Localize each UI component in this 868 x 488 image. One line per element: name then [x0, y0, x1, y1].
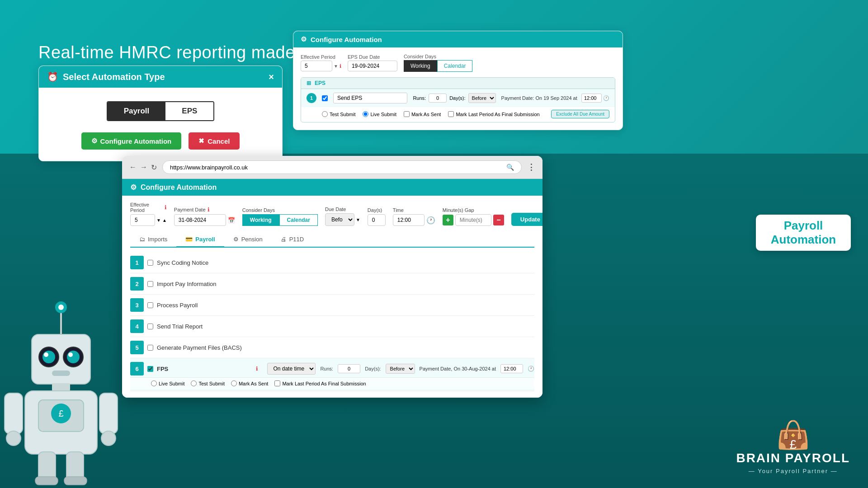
tab-imports[interactable]: 🗂 Imports — [130, 232, 176, 248]
configure-automation-small-panel: ⚙ Configure Automation Effective Period … — [293, 31, 623, 130]
fps-test-submit[interactable]: Test Submit — [191, 380, 224, 386]
update-button[interactable]: Update — [511, 213, 542, 226]
test-submit-option[interactable]: Test Submit — [322, 111, 355, 117]
tab-p11d[interactable]: 🖨 P11D — [272, 232, 313, 248]
payroll-icon: 💳 — [185, 236, 193, 243]
calendar-main-button[interactable]: Calendar — [279, 214, 318, 226]
working-button-small[interactable]: Working — [404, 60, 437, 72]
runs-label-fps: Runs: — [320, 366, 333, 371]
task-checkbox-1[interactable] — [147, 260, 153, 266]
task-number-3: 3 — [130, 298, 144, 312]
days-label-sm: Day(s): — [449, 95, 465, 101]
payroll-type-button[interactable]: Payroll — [108, 102, 166, 120]
task-checkbox-4[interactable] — [147, 324, 153, 329]
fps-runs-input[interactable] — [338, 364, 360, 373]
eps-section-header: ⊞ EPS — [301, 78, 615, 89]
close-modal-button[interactable]: × — [269, 72, 274, 82]
browser-menu-button[interactable]: ⋮ — [527, 162, 535, 172]
task-label-1: Sync Coding Notice — [157, 259, 534, 266]
app-content: ⚙ Configure Automation Effective Period … — [122, 179, 542, 398]
browser-navigation: ← → ↻ — [129, 163, 157, 172]
consider-days-group: Consider Days Working Calendar — [404, 54, 473, 72]
task-number-6: 6 — [130, 362, 144, 375]
task-checkbox-6[interactable] — [147, 366, 153, 372]
fps-days-select[interactable]: Before — [386, 364, 415, 374]
task-main-row-2: 2 Import Pay Information — [130, 275, 534, 292]
tab-pension[interactable]: ⚙ Pension — [224, 232, 272, 248]
config-gear-icon: ⚙ — [301, 35, 307, 43]
consider-days-label: Consider Days — [404, 54, 473, 59]
task-checkbox-5[interactable] — [147, 345, 153, 351]
search-icon: 🔍 — [506, 164, 514, 171]
fps-mark-last-final[interactable]: Mark Last Period As Final Submission — [274, 380, 366, 386]
payment-date-input[interactable] — [174, 214, 226, 226]
exclude-all-due-button[interactable]: Exclude All Due Amount — [551, 110, 609, 118]
fps-mark-as-sent[interactable]: Mark As Sent — [231, 380, 268, 386]
tab-payroll[interactable]: 💳 Payroll — [176, 232, 224, 248]
live-submit-option[interactable]: Live Submit — [363, 111, 396, 117]
svg-rect-17 — [99, 393, 118, 434]
browser-window: ← → ↻ https://www.brainpayroll.co.uk 🔍 ⋮… — [122, 156, 542, 398]
app-body: Effective Period ℹ ▼ ▲ Payment Date ℹ — [122, 196, 542, 398]
back-button[interactable]: ← — [129, 163, 137, 171]
effective-period-group: Effective Period ▼ ℹ — [301, 54, 341, 71]
task-label-2: Import Pay Information — [157, 281, 534, 287]
task-label-6: FPS — [157, 366, 254, 372]
eps-runs-input[interactable] — [429, 94, 447, 103]
fps-payment-text: Payment Date, On 30-Aug-2024 at — [420, 366, 496, 371]
task-checkbox-2[interactable] — [147, 281, 153, 287]
eps-days-select[interactable]: Before — [468, 93, 496, 103]
fps-timing-select[interactable]: On date time — [267, 363, 316, 375]
task-checkbox-3[interactable] — [147, 302, 153, 308]
effective-period-info-icon: ℹ — [165, 204, 167, 211]
payment-date-field: Payment Date ℹ 📅 — [174, 206, 235, 226]
eps-due-date-input[interactable] — [348, 61, 397, 71]
task-main-row-5: 5 Generate Payment Files (BACS) — [130, 339, 534, 356]
config-small-fields-row: Effective Period ▼ ℹ EPS Due Date Consid… — [301, 54, 615, 72]
task-row-5: 5 Generate Payment Files (BACS) — [130, 337, 534, 358]
payroll-automation-text: Payroll Automation — [771, 219, 836, 247]
consider-days-main-toggle: Working Calendar — [242, 214, 318, 226]
mark-as-sent-option[interactable]: Mark As Sent — [404, 111, 441, 117]
configure-automation-button[interactable]: ⚙ Configure Automation — [81, 132, 182, 150]
app-header-title: Configure Automation — [141, 183, 217, 192]
minutes-input[interactable] — [455, 214, 491, 226]
eps-payment-date-text: Payment Date: On 19 Sep 2024 at 🕐 — [501, 94, 609, 103]
payroll-automation-box: Payroll Automation — [756, 215, 851, 251]
address-bar[interactable]: https://www.brainpayroll.co.uk 🔍 — [162, 160, 522, 174]
eps-row-checkbox[interactable] — [322, 95, 328, 101]
forward-button[interactable]: → — [140, 163, 147, 171]
mark-last-period-option[interactable]: Mark Last Period As Final Submission — [448, 111, 539, 117]
eps-time-input[interactable] — [581, 94, 602, 103]
calendar-button-small[interactable]: Calendar — [437, 60, 473, 72]
cancel-button[interactable]: ✖ Cancel — [189, 132, 240, 150]
task-main-row-1: 1 Sync Coding Notice — [130, 254, 534, 271]
refresh-button[interactable]: ↻ — [151, 163, 157, 172]
effective-period-main-input[interactable] — [130, 214, 155, 226]
plus-button[interactable]: + — [443, 215, 453, 225]
fps-live-submit[interactable]: Live Submit — [151, 380, 184, 386]
runs-label: Runs: — [413, 95, 426, 101]
imports-icon: 🗂 — [139, 236, 145, 243]
minus-button[interactable]: − — [493, 215, 504, 225]
days-input[interactable] — [368, 214, 386, 226]
task-label-4: Send Trial Report — [157, 323, 534, 330]
config-small-body: Effective Period ▼ ℹ EPS Due Date Consid… — [293, 47, 623, 130]
time-input[interactable] — [393, 214, 425, 226]
p11d-icon: 🖨 — [281, 236, 287, 243]
eps-section-title: EPS — [315, 80, 326, 86]
fps-time-input[interactable] — [500, 364, 523, 373]
url-text: https://www.brainpayroll.co.uk — [170, 164, 248, 171]
eps-type-button[interactable]: EPS — [165, 102, 213, 120]
effective-period-main-label: Effective Period ℹ — [130, 202, 167, 213]
due-date-select[interactable]: Before — [325, 213, 354, 226]
working-calendar-toggle: Working Calendar — [404, 60, 473, 72]
effective-period-input[interactable] — [301, 61, 332, 71]
task-label-5: Generate Payment Files (BACS) — [157, 344, 534, 351]
working-main-button[interactable]: Working — [242, 214, 279, 226]
consider-days-main-label: Consider Days — [242, 207, 318, 213]
modal-action-buttons: ⚙ Configure Automation ✖ Cancel — [81, 132, 240, 150]
eps-options-row: Test Submit Live Submit Mark As Sent Mar… — [301, 107, 615, 122]
main-form-row: Effective Period ℹ ▼ ▲ Payment Date ℹ — [130, 202, 534, 226]
gear-icon: ⚙ — [91, 137, 97, 145]
